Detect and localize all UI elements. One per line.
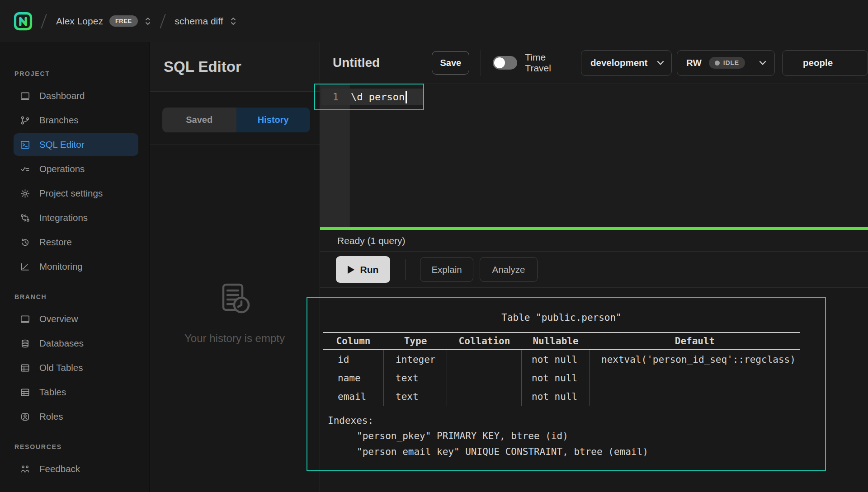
sidebar-item-operations[interactable]: Operations [14,158,138,180]
sidebar-item-roles[interactable]: Roles [14,405,138,428]
table-icon [20,387,30,398]
sidebar-item-label: Feedback [39,464,80,474]
editor-header: Untitled Save Time Travel development RW… [320,42,868,84]
empty-state-text: Your history is empty [184,332,285,345]
query-results-output: Table "public.person" Column Type Collat… [323,302,800,460]
sidebar-item-label: Old Tables [39,362,83,373]
cell-column: id [323,350,384,369]
neon-logo[interactable] [14,12,33,31]
sidebar-item-tables[interactable]: Tables [14,381,138,403]
index-entry: "person_email_key" UNIQUE CONSTRAINT, bt… [323,444,800,460]
analyze-button[interactable]: Analyze [480,257,538,282]
compute-select[interactable]: RW IDLE [677,50,775,76]
toggle-knob [494,57,505,68]
status-text: Ready (1 query) [337,235,406,246]
sidebar-item-label: Monitoring [39,261,83,272]
plan-badge: FREE [109,15,138,27]
actions-row: Run Explain Analyze [320,252,868,288]
chevron-updown-icon [144,16,151,27]
save-button[interactable]: Save [432,51,469,75]
run-button[interactable]: Run [336,256,390,283]
tab-history[interactable]: History [236,108,311,132]
sidebar-item-feedback[interactable]: Feedback [14,458,138,480]
table-row: id integer not null nextval('person_id_s… [323,350,800,369]
chevron-updown-icon [230,16,237,27]
sql-code-text: \d person [351,91,405,103]
table-row: name text not null [323,369,800,387]
cell-nullable: not null [522,387,590,406]
panel-header: SQL Editor [150,42,320,92]
user-name: Alex Lopez [56,16,103,27]
sidebar-item-branches[interactable]: Branches [14,109,138,131]
cell-collation [447,369,522,387]
breadcrumb-user[interactable]: Alex Lopez FREE [56,15,151,27]
sidebar-item-databases[interactable]: Databases [14,332,138,355]
cell-type: text [384,387,447,406]
column-header: Type [384,336,447,347]
cell-collation [447,350,522,369]
explain-button[interactable]: Explain [420,257,473,282]
sql-code-editor[interactable]: 1 \d person [320,84,868,227]
time-travel-toggle[interactable] [493,56,517,70]
saved-history-tabs: Saved History [162,108,310,132]
sidebar-item-old-tables[interactable]: Old Tables [14,356,138,379]
history-clock-icon [20,237,30,248]
cell-nullable: not null [522,369,590,387]
sidebar-section-branch: BRANCH [14,293,149,300]
cell-nullable: not null [522,350,590,369]
sidebar-item-overview[interactable]: Overview [14,308,138,330]
sidebar-item-label: Tables [39,387,66,398]
checklist-icon [20,164,30,174]
sidebar: PROJECT Dashboard Branches SQL Editor Op… [0,42,149,492]
sidebar-item-sql-editor[interactable]: SQL Editor [14,133,138,156]
compute-status-badge: IDLE [709,57,745,69]
neon-console: Alex Lopez FREE schema diff PROJECT Dash… [0,0,868,492]
run-button-label: Run [360,264,379,275]
top-bar: Alex Lopez FREE schema diff [0,0,868,42]
tabs-row: Saved History [150,92,320,145]
play-icon [348,266,354,274]
user-badge-icon [20,412,30,422]
history-empty-state: Your history is empty [150,282,320,345]
database-icon [20,338,30,349]
breadcrumb-project[interactable]: schema diff [175,16,237,27]
dashboard-icon [20,91,30,101]
text-cursor [406,91,407,103]
sidebar-item-label: Dashboard [39,90,85,101]
cell-type: text [384,369,447,387]
sidebar-item-label: SQL Editor [39,139,85,150]
sidebar-item-label: Restore [39,237,72,248]
sidebar-item-dashboard[interactable]: Dashboard [14,84,138,107]
chart-line-icon [20,262,30,272]
cell-default: nextval('person_id_seq'::regclass) [590,350,800,369]
branch-select[interactable]: development [581,50,672,76]
table-icon [20,363,30,373]
sidebar-item-monitoring[interactable]: Monitoring [14,255,138,278]
sidebar-item-integrations[interactable]: Integrations [14,206,138,229]
chevron-down-icon [657,61,664,66]
editor-active-line[interactable]: 1 \d person [321,89,424,105]
sidebar-item-label: Roles [39,411,63,422]
results-header-row: Column Type Collation Nullable Default [323,333,800,349]
git-branch-icon [20,115,30,126]
editor-gutter [320,84,349,227]
sidebar-item-project-settings[interactable]: Project settings [14,182,138,205]
window-icon [20,314,30,324]
sidebar-item-restore[interactable]: Restore [14,231,138,253]
people-icon [20,464,30,474]
cell-type: integer [384,350,447,369]
column-header: Column [323,336,384,347]
database-select[interactable]: people [782,50,868,76]
cell-default [590,387,800,406]
breadcrumb-separator [41,14,47,28]
sidebar-item-label: Overview [39,314,78,324]
terminal-icon [20,140,30,150]
tab-saved[interactable]: Saved [162,108,236,132]
gear-icon [20,188,30,199]
breadcrumb-separator [160,14,166,28]
sidebar-section-resources: RESOURCES [14,443,149,450]
actions-divider [405,259,406,280]
cell-default [590,369,800,387]
indexes-label: Indexes: [323,413,800,428]
table-row: email text not null [323,387,800,406]
